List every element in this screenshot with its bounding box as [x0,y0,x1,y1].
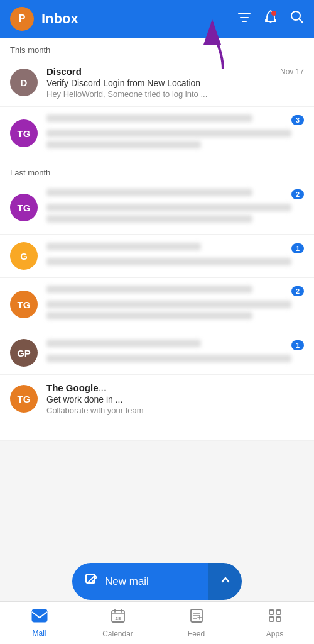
svg-rect-18 [269,610,274,614]
nav-item-feed[interactable]: Feed [157,602,236,644]
mail-item-discord[interactable]: D Discord Nov 17 Verify Discord Login fr… [0,58,314,107]
avatar-tg2: TG [10,194,38,221]
calendar-nav-label: Calendar [102,630,133,638]
blurred-sender [46,243,201,250]
blurred-preview [46,215,252,223]
header-icons [237,9,304,28]
mail-item-tg4[interactable]: TG The Google... Get work done in ... Co… [0,375,314,441]
mail-item-gp1[interactable]: GP 1 [0,331,314,375]
unread-badge-g1: 1 [291,243,304,253]
compose-icon [85,573,99,590]
mail-item-g1[interactable]: G 1 [0,235,314,278]
svg-rect-7 [86,574,95,583]
mail-preview-discord: Hey HelloWorld, Someone tried to log int… [46,89,304,99]
apps-nav-icon [268,608,283,627]
blurred-subject [46,258,291,265]
nav-item-apps[interactable]: Apps [236,602,314,644]
mail-body-tg3: 2 [46,286,304,323]
bottom-nav: Mail 28 Calendar Feed [0,601,314,644]
new-mail-button[interactable]: New mail [72,563,208,600]
mail-subject-tg4: Get work done in ... [46,394,304,404]
nav-item-calendar[interactable]: 28 Calendar [78,602,157,644]
svg-rect-8 [32,609,47,622]
mail-body-g1: 1 [46,243,304,269]
mail-body-discord: Discord Nov 17 Verify Discord Login from… [46,66,304,99]
svg-line-5 [299,19,303,23]
mail-item-tg1[interactable]: TG 3 [0,107,314,160]
blurred-subject [46,355,291,362]
filter-icon[interactable] [237,12,251,26]
mail-body-gp1: 1 [46,340,304,366]
mail-nav-label: Mail [32,629,46,638]
chevron-up-icon [220,574,231,589]
avatar-gp1: GP [10,339,38,367]
section-last-month: Last month [0,160,314,181]
mail-nav-icon [31,609,48,626]
blurred-sender [46,286,252,293]
blurred-sender [46,340,201,347]
unread-badge-tg2: 2 [291,189,304,199]
blurred-sender [46,189,252,196]
apps-nav-label: Apps [266,630,283,638]
unread-badge-tg1: 3 [291,115,304,125]
mail-date-discord: Nov 17 [280,67,304,76]
new-mail-label: New mail [105,575,149,588]
blurred-sender [46,114,252,122]
mail-body-tg2: 2 [46,189,304,226]
svg-rect-19 [276,610,281,614]
avatar-tg1: TG [10,119,38,147]
avatar-g1: G [10,242,38,270]
mail-content: This month D Discord Nov 17 Verify Disco… [0,38,314,441]
svg-rect-20 [269,617,274,621]
section-this-month: This month [0,38,314,58]
fab-area: New mail [72,563,242,600]
blurred-subject [46,204,291,211]
blurred-subject [46,130,291,137]
mail-sender-tg4: The Google... [46,382,106,393]
unread-badge-gp1: 1 [291,340,304,350]
mail-preview-tg4: Collaborate with your team [46,406,304,415]
mail-item-tg3[interactable]: TG 2 [0,278,314,331]
mail-body-tg1: 3 [46,114,304,152]
header-avatar[interactable]: P [10,7,34,31]
nav-item-mail[interactable]: Mail [0,602,78,644]
blurred-preview [46,141,201,148]
feed-nav-label: Feed [188,630,205,638]
feed-nav-icon [189,608,204,627]
blurred-preview [46,312,252,319]
fab-expand-button[interactable] [208,563,242,600]
notification-icon[interactable] [264,9,278,28]
blurred-subject [46,301,291,308]
header-title: Inbox [41,11,230,27]
svg-rect-21 [276,617,281,621]
calendar-nav-icon: 28 [111,608,126,627]
header: P Inbox [0,0,314,38]
mail-item-tg2[interactable]: TG 2 [0,181,314,235]
mail-sender-discord: Discord [46,66,82,77]
avatar-tg4: TG [10,385,38,413]
mail-subject-discord: Verify Discord Login from New Location [46,78,304,88]
avatar-discord: D [10,69,38,96]
svg-point-3 [271,11,276,16]
unread-badge-tg3: 2 [291,286,304,296]
avatar-tg3: TG [10,291,38,318]
mail-body-tg4: The Google... Get work done in ... Colla… [46,382,304,415]
svg-text:28: 28 [115,616,121,621]
search-icon[interactable] [290,10,304,28]
